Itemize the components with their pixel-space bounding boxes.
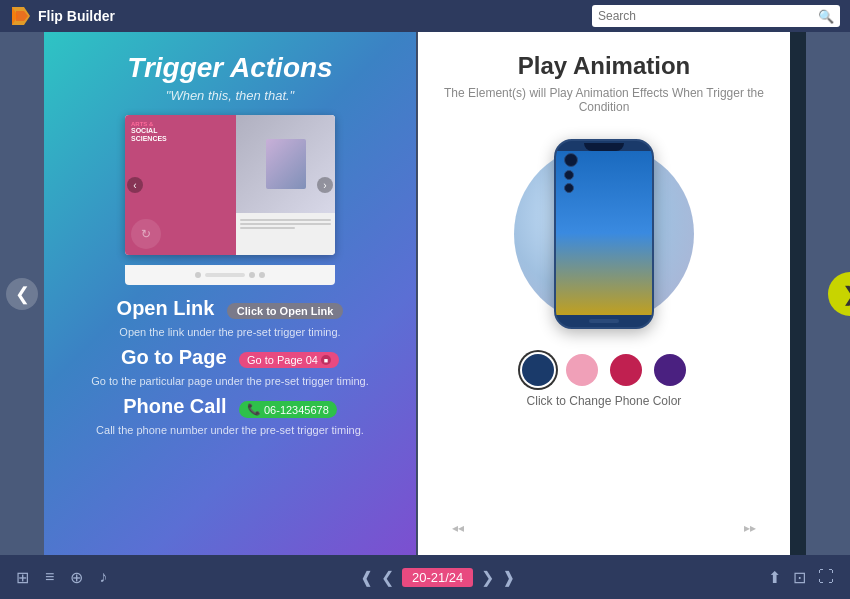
next-page-button[interactable]: ❯ ☞: [806, 32, 850, 555]
first-page-button[interactable]: ❰: [360, 568, 373, 587]
book-preview-widget: ARTS & SOCIALSCIENCES ↻: [125, 115, 335, 255]
phone-call-desc: Call the phone number under the pre-set …: [96, 424, 364, 436]
phone-cameras: [564, 153, 578, 193]
right-page-subtitle: The Element(s) will Play Animation Effec…: [442, 86, 766, 114]
phone-icon: 📞: [247, 403, 261, 416]
prev-page-button[interactable]: ❮: [0, 32, 44, 555]
phone-number: 06-12345678: [264, 404, 329, 416]
left-page: Trigger Actions "When this, then that." …: [44, 32, 416, 555]
text-line: [240, 227, 295, 229]
goto-arrow-icon: ■: [321, 355, 331, 365]
open-link-button[interactable]: Click to Open Link: [227, 303, 344, 319]
fullscreen-icon[interactable]: ⛶: [818, 568, 834, 586]
goto-page-desc: Go to the particular page under the pre-…: [91, 375, 369, 387]
text-lines: [236, 213, 335, 235]
download-icon[interactable]: ⊡: [793, 568, 806, 587]
open-link-action: Open Link Click to Open Link: [117, 297, 344, 320]
prev-arrow-icon[interactable]: ❮: [6, 278, 38, 310]
zoom-icon[interactable]: ⊕: [70, 568, 83, 587]
book-inner: ARTS & SOCIALSCIENCES ↻: [125, 115, 335, 255]
book-viewer: ❮ Trigger Actions "When this, then that.…: [0, 32, 850, 555]
book-nav-left[interactable]: ‹: [127, 177, 143, 193]
camera-secondary: [564, 170, 574, 180]
page-corners: ◂◂ ▸▸: [442, 521, 766, 535]
toolbar-dot: [195, 272, 201, 278]
phone-call-title: Phone Call: [123, 395, 226, 417]
app-name: Flip Builder: [38, 8, 115, 24]
pages-container: Trigger Actions "When this, then that." …: [44, 32, 806, 555]
side-panel: [790, 32, 806, 555]
share-icon[interactable]: ⬆: [768, 568, 781, 587]
search-input[interactable]: [598, 9, 818, 23]
next-arrow-yellow[interactable]: ❯ ☞: [828, 272, 850, 316]
goto-page-action: Go to Page Go to Page 04 ■: [121, 346, 339, 369]
book-image: [236, 115, 335, 213]
right-page: Play Animation The Element(s) will Play …: [418, 32, 790, 555]
phone-home-bar: [589, 319, 619, 323]
page-indicator[interactable]: 20-21/24: [402, 568, 473, 587]
grid-view-icon[interactable]: ⊞: [16, 568, 29, 587]
app-header: Flip Builder 🔍: [0, 0, 850, 32]
open-link-title: Open Link: [117, 297, 215, 319]
phone-call-action: Phone Call 📞 06-12345678: [123, 395, 337, 418]
toolbar-progress: [205, 273, 245, 277]
right-page-title: Play Animation: [518, 52, 690, 80]
main-content: ❮ Trigger Actions "When this, then that.…: [0, 32, 850, 599]
text-line: [240, 219, 331, 221]
color-swatch-navy[interactable]: [522, 354, 554, 386]
color-swatch-crimson[interactable]: [610, 354, 642, 386]
prev-page-tb-button[interactable]: ❮: [381, 568, 394, 587]
list-view-icon[interactable]: ≡: [45, 568, 54, 586]
audio-icon[interactable]: ♪: [99, 568, 107, 586]
search-icon[interactable]: 🔍: [818, 9, 834, 24]
toolbar-center: ❰ ❮ 20-21/24 ❯ ❱: [360, 568, 515, 587]
camera-main: [564, 153, 578, 167]
search-bar[interactable]: 🔍: [592, 5, 840, 27]
color-swatch-purple[interactable]: [654, 354, 686, 386]
phone-device: [554, 139, 654, 329]
open-link-desc: Open the link under the pre-set trigger …: [119, 326, 340, 338]
logo-icon: [10, 5, 32, 27]
toolbar-left: ⊞ ≡ ⊕ ♪: [16, 568, 107, 587]
phone-notch: [584, 143, 624, 151]
goto-page-button[interactable]: Go to Page 04 ■: [239, 352, 339, 368]
next-page-tb-button[interactable]: ❯: [481, 568, 494, 587]
color-swatches: [522, 354, 686, 386]
toolbar-right: ⬆ ⊡ ⛶: [768, 568, 834, 587]
left-page-title: Trigger Actions: [127, 52, 332, 84]
bottom-toolbar: ⊞ ≡ ⊕ ♪ ❰ ❮ 20-21/24 ❯ ❱ ⬆ ⊡ ⛶: [0, 555, 850, 599]
phone-call-button[interactable]: 📞 06-12345678: [239, 401, 337, 418]
last-page-button[interactable]: ❱: [502, 568, 515, 587]
toolbar-dot: [259, 272, 265, 278]
text-line: [240, 223, 331, 225]
logo-area: Flip Builder: [10, 5, 115, 27]
goto-page-title: Go to Page: [121, 346, 227, 368]
book-toolbar: [125, 265, 335, 285]
color-swatch-pink[interactable]: [566, 354, 598, 386]
camera-tertiary: [564, 183, 574, 193]
color-label: Click to Change Phone Color: [527, 394, 682, 408]
toolbar-dot: [249, 272, 255, 278]
social-label: SOCIALSCIENCES: [131, 127, 230, 144]
corner-left-icon[interactable]: ◂◂: [452, 521, 464, 535]
book-nav-right[interactable]: ›: [317, 177, 333, 193]
corner-right-icon[interactable]: ▸▸: [744, 521, 756, 535]
phone-area: [504, 124, 704, 344]
left-page-subtitle: "When this, then that.": [166, 88, 294, 103]
goto-page-label: Go to Page 04: [247, 354, 318, 366]
